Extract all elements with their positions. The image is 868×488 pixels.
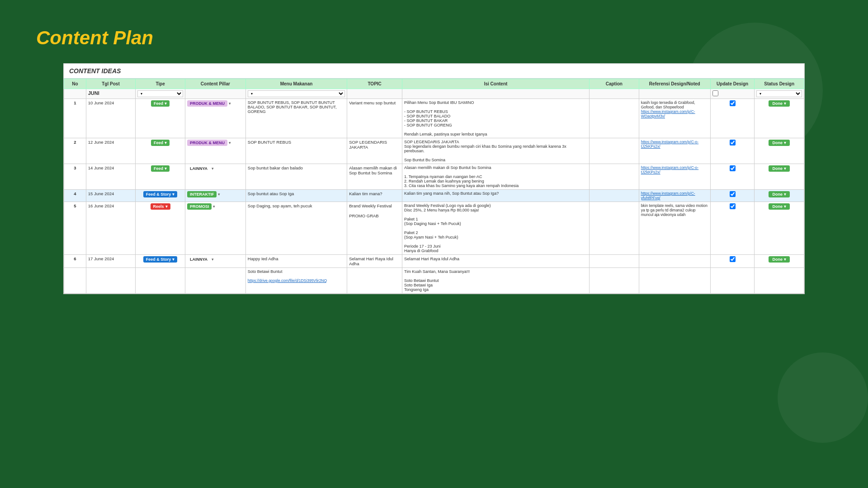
col-caption: Caption (590, 79, 639, 89)
pillar-arrow3[interactable]: ▾ (212, 166, 214, 171)
juni-no (64, 89, 86, 99)
row6-caption (590, 255, 639, 268)
row2-update (710, 138, 754, 164)
row5-isi: Brand Weekly Festival (Logo nya ada di g… (402, 202, 590, 255)
col-isi: Isi Content (402, 79, 590, 89)
row4-ref-link[interactable]: https://www.instagram.com/p/C-yfuhtfPFvg… (641, 191, 708, 200)
row2-ref-link[interactable]: https://www.instagram.com/p/C-o-tJZkKPs2… (641, 140, 708, 149)
row3-update-check[interactable] (730, 165, 736, 171)
row4-update-check[interactable] (730, 191, 736, 197)
row2-tipe[interactable]: Feed (136, 138, 185, 164)
col-tipe: Tipe (136, 79, 185, 89)
juni-status[interactable]: ▾ (755, 89, 804, 99)
row4-status-done[interactable]: Done (769, 191, 790, 197)
row3-status-done[interactable]: Done (769, 165, 790, 172)
content-table: No Tgl Post Tipe Content Pillar Menu Mak… (64, 79, 804, 294)
row6-ref (639, 255, 710, 268)
row4-topic: Kalian tim mana? (347, 190, 402, 202)
row1-menu: SOP BUNTUT REBUS, SOP BUNTUT BUNTUT BALA… (245, 99, 347, 138)
row2-topic: SOP LEGENDARIS JAKARTA (347, 138, 402, 164)
tipe-badge-feedstory6[interactable]: Feed & Story (143, 256, 178, 263)
row7-menu: Soto Betawi Buntut https://drive.google.… (245, 268, 347, 294)
row6-tipe[interactable]: Feed & Story (136, 255, 185, 268)
row2-pillar: PRODUK & MENU ▾ (185, 138, 245, 164)
row4-menu: Sop buntut atau Sop Iga (245, 190, 347, 202)
row3-date: 14 June 2024 (86, 164, 136, 190)
row1-update-check[interactable] (730, 100, 736, 106)
row2-isi: SOP LEGENDARIS JAKARTA Sop legendaris de… (402, 138, 590, 164)
row4-tipe[interactable]: Feed & Story (136, 190, 185, 202)
row6-update-check[interactable] (730, 256, 736, 262)
content-plan-container: CONTENT IDEAS No Tgl Post Tipe Content P… (63, 63, 805, 294)
row3-menu: Sop buntut bakar dan balado (245, 164, 347, 190)
table-row: 1 10 June 2024 Feed PRODUK & MENU ▾ SOP … (64, 99, 804, 138)
row2-date: 12 June 2024 (86, 138, 136, 164)
row1-ref-link[interactable]: https://www.instagram.com/p/C-WDaotpvM3v… (641, 109, 708, 118)
pillar-arrow2[interactable]: ▾ (229, 141, 231, 145)
row1-no: 1 (64, 99, 86, 138)
row3-update (710, 164, 754, 190)
row4-status[interactable]: Done (755, 190, 804, 202)
pillar-lainnya6: LAINNYA (187, 256, 210, 263)
juni-pillar (185, 89, 245, 99)
row7-date (86, 268, 136, 294)
tipe-badge-feed[interactable]: Feed (151, 100, 170, 107)
row1-caption (590, 99, 639, 138)
row2-update-check[interactable] (730, 140, 736, 145)
row2-caption (590, 138, 639, 164)
row6-isi: Selamat Hari Raya Idul Adha (402, 255, 590, 268)
tipe-badge-feedstory4[interactable]: Feed & Story (143, 191, 178, 197)
row6-status[interactable]: Done (755, 255, 804, 268)
tipe-badge-feed2[interactable]: Feed (151, 140, 170, 146)
juni-isi (402, 89, 590, 99)
col-ref: Referensi Design/Noted (639, 79, 710, 89)
pillar-arrow5[interactable]: ▾ (213, 204, 215, 209)
table-row: Soto Betawi Buntut https://drive.google.… (64, 268, 804, 294)
col-pillar: Content Pillar (185, 79, 245, 89)
pillar-arrow4[interactable]: ▾ (218, 192, 220, 197)
row5-status-done[interactable]: Done (769, 203, 790, 210)
pillar-promosi5: PROMOSI (187, 203, 212, 210)
row1-status-done[interactable]: Done (769, 100, 790, 107)
row2-status-done[interactable]: Done (769, 140, 790, 146)
row3-caption (590, 164, 639, 190)
row4-isi: Kalian tim yang mana nih, Sop Buntut ata… (402, 190, 590, 202)
row5-update-check[interactable] (730, 203, 736, 209)
tipe-badge-feed3[interactable]: Feed (151, 165, 170, 172)
row5-ref: bkin template reels, sama video motion y… (639, 202, 710, 255)
pillar-produk-menu2: PRODUK & MENU (187, 140, 227, 146)
juni-tipe-select[interactable]: ▾ (136, 89, 185, 99)
row1-tipe[interactable]: Feed (136, 99, 185, 138)
row6-update (710, 255, 754, 268)
row5-menu: Sop Daging, sop ayam, teh pucuk (245, 202, 347, 255)
pillar-lainnya3: LAINNYA (187, 165, 210, 172)
pillar-arrow6[interactable]: ▾ (212, 257, 214, 262)
row7-update (710, 268, 754, 294)
row2-no: 2 (64, 138, 86, 164)
row3-ref-link[interactable]: https://www.instagram.com/p/C-o-tJZkKPs2… (641, 165, 708, 174)
juni-menu-select[interactable]: ▾ (245, 89, 347, 99)
table-row: 2 12 June 2024 Feed PRODUK & MENU ▾ SOP … (64, 138, 804, 164)
row7-menu-link[interactable]: https://drive.google.com/file/d/1DSi395V… (248, 278, 345, 283)
row6-menu: Happy Ied Adha (245, 255, 347, 268)
row1-date: 10 June 2024 (86, 99, 136, 138)
row1-update (710, 99, 754, 138)
row5-topic: Brand Weekly Festival PROMO GRAB (347, 202, 402, 255)
row3-tipe[interactable]: Feed (136, 164, 185, 190)
juni-label: JUNI (86, 89, 136, 99)
row3-pillar: LAINNYA ▾ (185, 164, 245, 190)
pillar-arrow[interactable]: ▾ (229, 101, 231, 106)
row4-no: 4 (64, 190, 86, 202)
juni-caption (590, 89, 639, 99)
row3-status[interactable]: Done (755, 164, 804, 190)
row2-status[interactable]: Done (755, 138, 804, 164)
table-row: 6 17 June 2024 Feed & Story LAINNYA ▾ Ha… (64, 255, 804, 268)
row1-status[interactable]: Done (755, 99, 804, 138)
juni-update-check[interactable] (712, 90, 718, 96)
row1-isi: Pilihan Menu Sop Buntut IBU SAMINO - SOP… (402, 99, 590, 138)
row7-isi: Tim Kuah Santan, Mana Suaranya!!! Soto B… (402, 268, 590, 294)
row5-status[interactable]: Done (755, 202, 804, 255)
row5-tipe[interactable]: Reels (136, 202, 185, 255)
tipe-badge-reels5[interactable]: Reels (151, 203, 170, 210)
row6-status-done[interactable]: Done (769, 256, 790, 263)
